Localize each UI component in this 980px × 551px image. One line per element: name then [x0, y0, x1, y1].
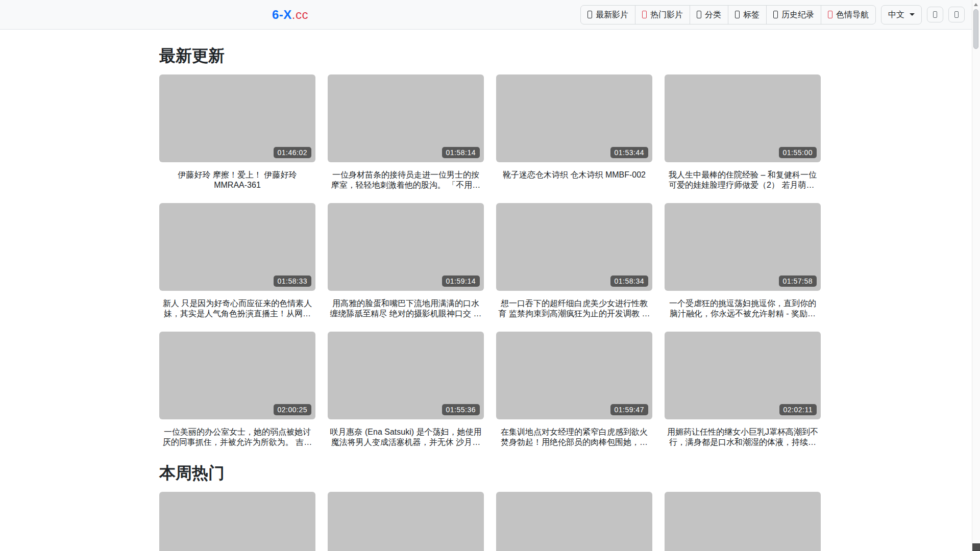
video-thumbnail[interactable]: [159, 492, 315, 551]
section-latest-updates: 最新更新 01:46:02 伊藤好玲 摩擦！爱上！ 伊藤好玲 MMRAA-361…: [159, 45, 821, 447]
navbar: 6-X.cc 最新影片 热门影片 分类 标签 历史纪录: [0, 0, 980, 30]
video-grid-weekly: [159, 492, 821, 551]
video-card[interactable]: [665, 492, 821, 551]
unknown-glyph-icon: [954, 11, 959, 18]
duration-badge: 01:55:36: [442, 404, 480, 415]
video-title[interactable]: 伊藤好玲 摩擦！爱上！ 伊藤好玲 MMRAA-361: [161, 170, 313, 190]
video-thumbnail[interactable]: 01:58:34: [496, 203, 652, 291]
nav-tags-button[interactable]: 标签: [728, 5, 767, 24]
section-title-latest-updates: 最新更新: [159, 45, 821, 67]
duration-badge: 02:02:11: [779, 404, 817, 415]
chevron-down-icon: [910, 13, 915, 16]
video-thumbnail[interactable]: 01:55:00: [665, 74, 821, 162]
video-thumbnail[interactable]: 01:58:33: [159, 203, 315, 291]
video-thumbnail[interactable]: 01:57:58: [665, 203, 821, 291]
navbar-button-group: 最新影片 热门影片 分类 标签 历史纪录 色情导航: [580, 5, 876, 24]
video-thumbnail[interactable]: 01:58:14: [328, 74, 484, 162]
video-card[interactable]: 01:57:58 一个受虐狂的挑逗荡妇挑逗你，直到你的脑汁融化，你永远不被允许射…: [665, 203, 821, 318]
navbar-actions: 最新影片 热门影片 分类 标签 历史纪录 色情导航: [580, 5, 965, 24]
main-content: 最新更新 01:46:02 伊藤好玲 摩擦！爱上！ 伊藤好玲 MMRAA-361…: [153, 45, 827, 551]
history-icon: [773, 11, 778, 18]
duration-badge: 02:00:25: [274, 404, 312, 415]
video-title[interactable]: 新人 只是因为好奇心而应征来的色情素人妹，其实是人气角色扮演直播主！从网路的世界…: [161, 298, 313, 318]
video-thumbnail[interactable]: 01:59:14: [328, 203, 484, 291]
video-title[interactable]: 咲月惠奈 (Ena Satsuki) 是个荡妇，她使用魔法将男人变成活塞机器，并…: [330, 427, 482, 447]
brand-name: 6-X: [272, 8, 292, 21]
video-title[interactable]: 一位身材苗条的接待员走进一位男士的按摩室，轻轻地刺激着他的股沟。 「不用客气，.…: [330, 170, 482, 190]
video-card[interactable]: 01:59:14 用高雅的脸蛋和嘴巴下流地用满满的口水缠绕舔舐至精尽 绝对的摄影…: [328, 203, 484, 318]
video-card[interactable]: 01:53:44 靴子迷恋仓木诗织 仓木诗织 MMBF-002: [496, 74, 652, 190]
video-card[interactable]: 01:58:14 一位身材苗条的接待员走进一位男士的按摩室，轻轻地刺激着他的股沟…: [328, 74, 484, 190]
video-thumbnail[interactable]: [496, 492, 652, 551]
brand-tld: .cc: [292, 8, 308, 21]
nav-hot-videos-button[interactable]: 热门影片: [635, 5, 690, 24]
video-title[interactable]: 想一口吞下的超纤细白虎美少女进行性教育 监禁拘束到高潮疯狂为止的开发调教 市井结…: [498, 298, 650, 318]
scroll-up-icon[interactable]: [974, 3, 978, 6]
duration-badge: 01:46:02: [274, 147, 312, 158]
video-card[interactable]: 01:46:02 伊藤好玲 摩擦！爱上！ 伊藤好玲 MMRAA-361: [159, 74, 315, 190]
nav-icon-button-left[interactable]: [927, 7, 943, 22]
nav-icon-button-right[interactable]: [948, 7, 965, 22]
video-title[interactable]: 用高雅的脸蛋和嘴巴下流地用满满的口水缠绕舔舐至精尽 绝对的摄影机眼神口交 通野未…: [330, 298, 482, 318]
video-title[interactable]: 我人生中最棒的住院经验 – 和复健科一位可爱的娃娃脸理疗师做爱（2） 若月萌亚,…: [667, 170, 819, 190]
scroll-down-button[interactable]: [972, 543, 980, 551]
duration-badge: 01:59:47: [610, 404, 649, 415]
nav-categories-button[interactable]: 分类: [690, 5, 728, 24]
tags-icon: [735, 11, 740, 18]
nav-hot-videos-label: 热门影片: [650, 10, 683, 20]
duration-badge: 01:58:34: [610, 276, 649, 287]
video-card[interactable]: 02:02:11 用媚药让任性的继女小巨乳J罩杯高潮到不行，满身都是口水和潮湿的…: [665, 332, 821, 447]
video-card[interactable]: 01:55:00 我人生中最棒的住院经验 – 和复健科一位可爱的娃娃脸理疗师做爱…: [665, 74, 821, 190]
unknown-glyph-icon: [933, 11, 937, 18]
video-thumbnail[interactable]: 02:00:25: [159, 332, 315, 419]
brand-logo[interactable]: 6-X.cc: [272, 8, 308, 21]
video-thumbnail[interactable]: 02:02:11: [665, 332, 821, 419]
language-dropdown-label: 中文: [888, 10, 904, 20]
section-title-weekly-hot: 本周热门: [159, 462, 821, 485]
language-dropdown[interactable]: 中文: [881, 5, 922, 24]
video-card[interactable]: [496, 492, 652, 551]
duration-badge: 01:57:58: [779, 276, 817, 287]
categories-icon: [697, 11, 701, 18]
scrollbar-thumb[interactable]: [973, 9, 978, 49]
latest-videos-icon: [587, 11, 592, 18]
video-thumbnail[interactable]: 01:59:47: [496, 332, 652, 419]
nav-latest-videos-button[interactable]: 最新影片: [580, 5, 635, 24]
section-weekly-hot: 本周热门: [159, 462, 821, 551]
brand-zone: 6-X.cc: [0, 8, 580, 22]
video-card[interactable]: [159, 492, 315, 551]
video-title[interactable]: 用媚药让任性的继女小巨乳J罩杯高潮到不行，满身都是口水和潮湿的体液，持续做爱7天…: [667, 427, 819, 447]
nav-latest-videos-label: 最新影片: [596, 10, 628, 20]
duration-badge: 01:59:14: [442, 276, 480, 287]
video-card[interactable]: 01:55:36 咲月惠奈 (Ena Satsuki) 是个荡妇，她使用魔法将男…: [328, 332, 484, 447]
duration-badge: 01:53:44: [610, 147, 649, 158]
video-card[interactable]: 01:58:34 想一口吞下的超纤细白虎美少女进行性教育 监禁拘束到高潮疯狂为止…: [496, 203, 652, 318]
scrollbar[interactable]: [972, 0, 980, 551]
duration-badge: 01:58:33: [274, 276, 312, 287]
nav-history-button[interactable]: 历史纪录: [766, 5, 821, 24]
video-title[interactable]: 在集训地点对女经理的紧窄白虎感到欲火焚身勃起！用绝伦部员的肉棒包围她，直到精液.…: [498, 427, 650, 447]
nav-adult-directory-label: 色情导航: [836, 10, 869, 20]
nav-history-label: 历史纪录: [781, 10, 814, 20]
video-thumbnail[interactable]: 01:55:36: [328, 332, 484, 419]
nav-adult-directory-button[interactable]: 色情导航: [821, 5, 876, 24]
duration-badge: 01:58:14: [442, 147, 480, 158]
adult-directory-icon: [828, 11, 832, 18]
video-title[interactable]: 一位美丽的办公室女士，她的弱点被她讨厌的同事抓住，并被允许为所欲为。 吉泽友贵.…: [161, 427, 313, 447]
video-card[interactable]: 01:58:33 新人 只是因为好奇心而应征来的色情素人妹，其实是人气角色扮演直…: [159, 203, 315, 318]
video-thumbnail[interactable]: 01:53:44: [496, 74, 652, 162]
duration-badge: 01:55:00: [779, 147, 817, 158]
hot-videos-icon: [642, 11, 647, 18]
video-title[interactable]: 一个受虐狂的挑逗荡妇挑逗你，直到你的脑汁融化，你永远不被允许射精 - 奖励折磨受…: [667, 298, 819, 318]
video-grid-latest: 01:46:02 伊藤好玲 摩擦！爱上！ 伊藤好玲 MMRAA-361 01:5…: [159, 74, 821, 447]
video-card[interactable]: [328, 492, 484, 551]
video-thumbnail[interactable]: 01:46:02: [159, 74, 315, 162]
video-thumbnail[interactable]: [328, 492, 484, 551]
video-card[interactable]: 02:00:25 一位美丽的办公室女士，她的弱点被她讨厌的同事抓住，并被允许为所…: [159, 332, 315, 447]
nav-categories-label: 分类: [705, 10, 721, 20]
video-thumbnail[interactable]: [665, 492, 821, 551]
video-title[interactable]: 靴子迷恋仓木诗织 仓木诗织 MMBF-002: [498, 170, 650, 180]
video-card[interactable]: 01:59:47 在集训地点对女经理的紧窄白虎感到欲火焚身勃起！用绝伦部员的肉棒…: [496, 332, 652, 447]
nav-tags-label: 标签: [743, 10, 760, 20]
